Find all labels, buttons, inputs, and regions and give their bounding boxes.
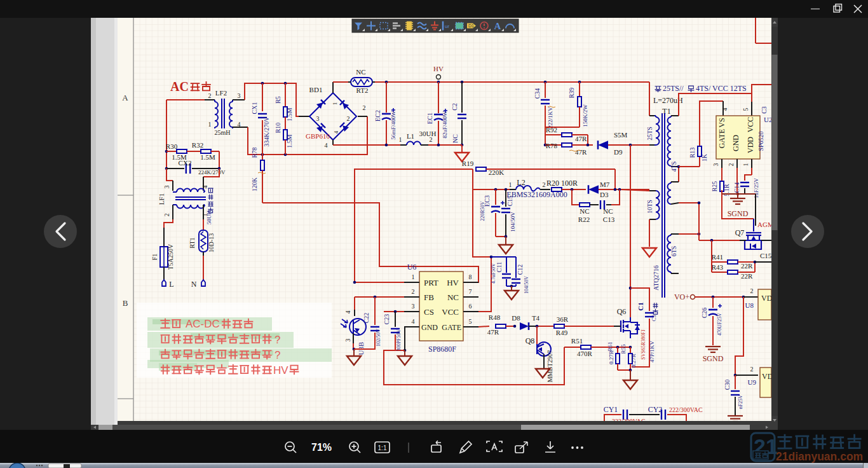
svg-text:1.5M: 1.5M: [286, 134, 293, 148]
svg-text:GND: GND: [731, 135, 740, 151]
svg-text:PRT: PRT: [424, 278, 438, 287]
svg-text:4: 4: [201, 186, 208, 189]
svg-text:FB: FB: [424, 292, 434, 302]
svg-text:SVS65R380FJ: SVS65R380FJ: [641, 329, 646, 360]
svg-text:D8: D8: [512, 314, 520, 322]
svg-text:50UH: 50UH: [206, 210, 212, 224]
svg-text:B: B: [123, 298, 128, 308]
svg-text:R25: R25: [711, 181, 718, 192]
svg-text:EC2: EC2: [374, 110, 381, 121]
svg-text:4: 4: [333, 130, 339, 134]
svg-text:D3: D3: [600, 191, 609, 198]
svg-text:82uF/400W: 82uF/400W: [442, 111, 448, 139]
svg-text:R39: R39: [568, 88, 575, 99]
svg-text:3: 3: [412, 303, 415, 310]
svg-text:U9: U9: [748, 378, 757, 386]
svg-text:3: 3: [238, 92, 241, 99]
svg-text:EC1: EC1: [426, 113, 433, 124]
svg-text:U6: U6: [407, 263, 417, 272]
svg-text:R48: R48: [489, 313, 501, 321]
svg-text:BD1: BD1: [309, 86, 323, 93]
svg-text:1K: 1K: [701, 153, 708, 162]
svg-text:R30: R30: [166, 142, 178, 150]
svg-text:AGM: AGM: [757, 221, 773, 228]
svg-text:HV: HV: [433, 65, 444, 72]
svg-text:GATE: GATE: [717, 129, 726, 149]
svg-text:LF1: LF1: [158, 193, 165, 205]
svg-text:C23: C23: [383, 314, 390, 325]
svg-text:RT2: RT2: [356, 86, 369, 94]
svg-text:HV: HV: [273, 364, 288, 376]
svg-text:10D-13: 10D-13: [208, 233, 215, 253]
svg-text:S5M: S5M: [614, 131, 628, 139]
svg-text:6TS: 6TS: [670, 246, 677, 257]
svg-text:VCC: VCC: [746, 117, 755, 133]
svg-text:L2: L2: [517, 178, 525, 187]
svg-text:L: L: [169, 280, 173, 289]
svg-text:300PF50V: 300PF50V: [396, 329, 402, 351]
svg-text:222/300VAC: 222/300VAC: [669, 406, 703, 413]
svg-text:MMBT2907: MMBT2907: [546, 350, 553, 383]
svg-text:T1: T1: [662, 107, 670, 116]
svg-text:R32: R32: [192, 141, 203, 149]
svg-text:47R: 47R: [575, 148, 587, 156]
svg-text:C2: C2: [451, 103, 458, 111]
svg-text:A: A: [494, 21, 501, 31]
svg-text:C13: C13: [603, 216, 615, 223]
svg-text:36R: 36R: [557, 315, 569, 323]
svg-text:25mH: 25mH: [215, 129, 231, 136]
svg-text:2: 2: [750, 366, 754, 373]
svg-text:GATE: GATE: [442, 323, 461, 332]
svg-text:470UF25V: 470UF25V: [717, 313, 722, 336]
svg-text:150K/2W: 150K/2W: [582, 104, 588, 127]
svg-text:7: 7: [469, 288, 472, 295]
svg-text:C12: C12: [517, 265, 524, 275]
svg-text:1.5M: 1.5M: [200, 153, 215, 161]
svg-text:5: 5: [742, 108, 749, 111]
svg-text:C1: C1: [637, 302, 644, 310]
svg-text:47P/1KV: 47P/1KV: [649, 341, 655, 363]
svg-text:3: 3: [316, 115, 320, 122]
svg-text:C11: C11: [496, 262, 503, 272]
svg-text:SGND: SGND: [703, 354, 724, 363]
svg-text:ATQ2716: ATQ2716: [653, 265, 660, 290]
svg-text:8: 8: [469, 273, 472, 280]
svg-text:CX1: CX1: [251, 102, 258, 114]
svg-text:56mF/400W: 56mF/400W: [390, 111, 397, 140]
svg-text:0.27R: 0.27R: [608, 350, 614, 364]
svg-text:C3: C3: [761, 106, 768, 114]
svg-text:VCC: VCC: [442, 307, 459, 317]
svg-text:100R: 100R: [561, 179, 578, 188]
svg-text:Q7: Q7: [735, 228, 745, 237]
svg-text:C1: C1: [651, 315, 657, 322]
svg-text:NC: NC: [447, 292, 459, 302]
svg-text:GND: GND: [421, 323, 438, 332]
svg-text:R92: R92: [546, 126, 557, 134]
svg-text:EBMS321609A000: EBMS321609A000: [506, 190, 567, 199]
svg-text:R20: R20: [546, 179, 559, 188]
svg-text:C15: C15: [506, 196, 513, 207]
svg-text:2: 2: [430, 136, 433, 143]
svg-text:Q8: Q8: [526, 336, 535, 345]
svg-text:C26: C26: [701, 308, 708, 319]
svg-text:4TS/ VCC 12TS: 4TS/ VCC 12TS: [696, 84, 747, 93]
svg-text:D9: D9: [614, 148, 623, 156]
svg-text:4.7uF50V: 4.7uF50V: [491, 263, 496, 284]
svg-text:22R: 22R: [741, 272, 753, 280]
svg-text:47R: 47R: [487, 328, 499, 336]
svg-text:SGND: SGND: [728, 209, 749, 218]
svg-text:CY1: CY1: [604, 405, 618, 414]
svg-text:T4: T4: [532, 314, 540, 322]
svg-text:NC: NC: [603, 207, 613, 215]
svg-text:R5: R5: [275, 96, 281, 104]
svg-text:1.5M: 1.5M: [286, 107, 293, 121]
svg-text:RT1: RT1: [189, 237, 196, 248]
svg-text:2: 2: [363, 104, 366, 111]
svg-text:0.27R: 0.27R: [630, 354, 637, 368]
svg-text:CX2: CX2: [179, 159, 192, 167]
svg-text:U8: U8: [745, 301, 754, 309]
svg-text:AC: AC: [170, 79, 189, 93]
svg-text:LF2: LF2: [215, 89, 227, 97]
svg-text:25TS//: 25TS//: [663, 84, 684, 93]
svg-text:3: 3: [163, 186, 170, 189]
